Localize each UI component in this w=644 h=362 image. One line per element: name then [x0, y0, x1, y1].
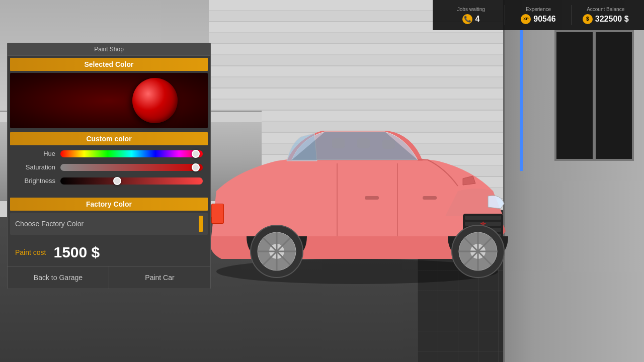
- car-svg: ⚜: [166, 90, 543, 292]
- account-balance-number: 322500 $: [595, 15, 629, 24]
- svg-rect-2: [465, 216, 501, 220]
- factory-color-row[interactable]: Choose Factory Color: [10, 213, 208, 235]
- jobs-waiting-value-row: 📞 4: [462, 14, 479, 24]
- hue-thumb[interactable]: [192, 150, 200, 158]
- factory-section: Choose Factory Color: [8, 213, 210, 239]
- phone-icon: 📞: [462, 14, 472, 24]
- booth-window-center: [554, 30, 595, 161]
- top-hud: Jobs waiting 📞 4 Experience XP 90546 Acc…: [433, 0, 644, 30]
- panel-title: Paint Shop: [94, 46, 124, 53]
- saturation-slider-row: Saturation: [15, 163, 203, 171]
- back-to-garage-button[interactable]: Back to Garage: [8, 266, 109, 289]
- color-sphere: [132, 78, 178, 123]
- svg-rect-24: [212, 204, 223, 223]
- brightness-slider[interactable]: [60, 177, 203, 185]
- account-balance-label: Account Balance: [587, 7, 624, 12]
- panel-title-bar: Paint Shop: [8, 43, 210, 56]
- account-balance-value-row: $ 322500 $: [583, 14, 629, 24]
- choose-factory-label: Choose Factory Color: [15, 220, 195, 228]
- paint-shop-panel: Paint Shop Selected Color Custom color H…: [7, 43, 211, 289]
- svg-rect-26: [357, 138, 370, 148]
- bottom-buttons: Back to Garage Paint Car: [8, 266, 210, 289]
- svg-rect-27: [382, 140, 395, 149]
- paint-cost-value: 1500 $: [53, 244, 100, 261]
- experience-section: Experience XP 90546: [505, 4, 572, 27]
- experience-label: Experience: [526, 7, 551, 12]
- custom-color-header: Custom color: [10, 132, 208, 145]
- saturation-thumb[interactable]: [192, 163, 200, 171]
- xp-icon: XP: [521, 14, 531, 24]
- color-preview-area: [10, 73, 208, 128]
- factory-color-header: Factory Color: [10, 198, 208, 211]
- brightness-label: Brightness: [15, 177, 55, 185]
- account-balance-section: Account Balance $ 322500 $: [572, 4, 639, 27]
- paint-car-button[interactable]: Paint Car: [109, 266, 210, 289]
- experience-number: 90546: [533, 15, 556, 24]
- brightness-thumb[interactable]: [113, 177, 121, 185]
- car-container: ⚜: [166, 90, 543, 292]
- factory-color-swatch: [199, 216, 203, 232]
- jobs-waiting-section: Jobs waiting 📞 4: [438, 4, 505, 27]
- paint-cost-label: Paint cost: [15, 248, 46, 256]
- experience-value-row: XP 90546: [521, 14, 556, 24]
- saturation-label: Saturation: [15, 163, 55, 171]
- svg-rect-25: [332, 138, 345, 148]
- jobs-waiting-number: 4: [475, 15, 479, 24]
- hue-slider[interactable]: [60, 150, 203, 157]
- jobs-waiting-label: Jobs waiting: [457, 7, 485, 12]
- hue-label: Hue: [15, 150, 55, 157]
- svg-rect-7: [365, 196, 379, 200]
- booth-window-right: [594, 30, 634, 161]
- selected-color-header: Selected Color: [10, 58, 208, 71]
- saturation-slider[interactable]: [60, 164, 203, 171]
- sliders-area: Hue Saturation Brightness: [8, 147, 210, 196]
- svg-rect-8: [423, 196, 437, 200]
- dollar-icon: $: [583, 14, 593, 24]
- hue-slider-row: Hue: [15, 150, 203, 157]
- brightness-slider-row: Brightness: [15, 177, 203, 185]
- paint-cost-area: Paint cost 1500 $: [8, 239, 210, 266]
